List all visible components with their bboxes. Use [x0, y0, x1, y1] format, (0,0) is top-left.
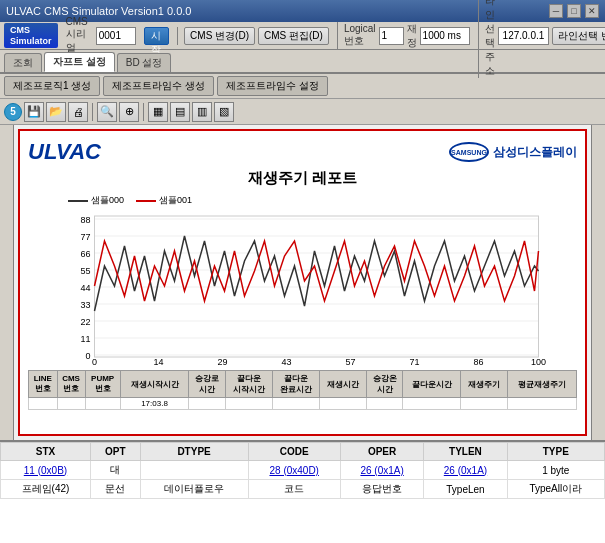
col-down-end: 끝다운완료시간 [272, 371, 319, 398]
svg-text:33: 33 [80, 300, 90, 310]
reset-input[interactable] [420, 27, 470, 45]
tab-bd-settings[interactable]: BD 설정 [117, 53, 172, 72]
samsung-logo: SAMSUNG 삼성디스플레이 [449, 142, 577, 162]
cell-tylen-1: 26 (0x1A) [424, 461, 507, 480]
separator2 [143, 103, 144, 121]
svg-text:86: 86 [473, 357, 483, 366]
col-pump: PUMP번호 [85, 371, 120, 398]
cell-opt-1: 대 [90, 461, 140, 480]
svg-text:57: 57 [345, 357, 355, 366]
start-button[interactable]: 시작On [144, 27, 169, 45]
svg-text:0: 0 [85, 351, 90, 361]
header-stx: STX [1, 443, 91, 461]
svg-text:77: 77 [80, 232, 90, 242]
cell-code-2: 코드 [248, 480, 340, 499]
svg-text:29: 29 [217, 357, 227, 366]
svg-text:0: 0 [92, 357, 97, 366]
cms-change-button[interactable]: CMS 변경(D) [184, 27, 255, 45]
svg-text:14: 14 [153, 357, 163, 366]
svg-text:88: 88 [80, 215, 90, 225]
logical-label: Logical 번호 [344, 23, 376, 48]
code-link-1[interactable]: 28 (0x40D) [269, 465, 318, 476]
chart-svg-container: 88 77 66 55 44 33 22 11 0 [28, 211, 577, 366]
svg-rect-18 [95, 216, 539, 357]
ip-section: 라인선택 주소 127.0.0.1 라인선택 변경(D) [478, 0, 605, 78]
tab2-settings[interactable]: 제조프트라임수 설정 [217, 76, 328, 96]
col-up-time: 승강로시간 [189, 371, 225, 398]
main-content: ULVAC SAMSUNG 삼성디스플레이 재생주기 레포트 샘플000 샘플0… [0, 125, 605, 440]
cell-dtype-1 [140, 461, 248, 480]
cell-tylen-2: TypeLen [424, 480, 507, 499]
logical-input[interactable] [379, 27, 404, 45]
line-change-button[interactable]: 라인선택 변경(D) [552, 27, 605, 45]
cell-up-on [366, 398, 402, 410]
cell-oper-2: 응답번호 [340, 480, 423, 499]
tab2-create1[interactable]: 제조프로직1 생성 [4, 76, 100, 96]
cell-code-1: 28 (0x40D) [248, 461, 340, 480]
cell-type-1: 1 byte [507, 461, 604, 480]
col-avg-cycle: 평균재생주기 [508, 371, 577, 398]
circle-badge: 5 [4, 103, 22, 121]
chart-title: 재생주기 레포트 [28, 169, 577, 188]
header-oper: OPER [340, 443, 423, 461]
cell-cms [57, 398, 85, 410]
zoom-icon-btn[interactable]: ⊕ [119, 102, 139, 122]
status-table: STX OPT DTYPE CODE OPER TYLEN TYPE 11 (0… [0, 442, 605, 499]
open-icon-btn[interactable]: 📂 [46, 102, 66, 122]
grid3-icon-btn[interactable]: ▥ [192, 102, 212, 122]
tab-inquiry[interactable]: 조회 [4, 53, 42, 72]
oper-link-1[interactable]: 26 (0x1A) [360, 465, 403, 476]
header-dtype: DTYPE [140, 443, 248, 461]
col-cycle: 재생주기 [461, 371, 508, 398]
svg-text:44: 44 [80, 283, 90, 293]
right-scrollbar[interactable] [591, 125, 605, 440]
window-title: ULVAC CMS Simulator Version1 0.0.0 [6, 5, 191, 17]
legend-item-0: 샘플000 [68, 194, 124, 207]
reset-label: 재정 [407, 22, 417, 50]
cms-logo: CMS Simulator [4, 23, 58, 49]
tab2-create2[interactable]: 제조프트라임수 생성 [103, 76, 214, 96]
chart-svg: 88 77 66 55 44 33 22 11 0 [28, 211, 577, 366]
data-table: LINE번호 CMS번호 PUMP번호 재생시작시간 승강로시간 끝다운시작시간… [28, 370, 577, 410]
logical-section: Logical 번호 재정 [337, 22, 470, 50]
stx-link-1[interactable]: 11 (0x0B) [24, 465, 67, 476]
header-tylen: TYLEN [424, 443, 507, 461]
status-row-2: 프레임(42) 문선 데이터플로우 코드 응답번호 TypeLen TypeAl… [1, 480, 605, 499]
left-panel [0, 125, 14, 440]
cms-edit-button[interactable]: CMS 편집(D) [258, 27, 329, 45]
cms-id-label: CMS 시리얼 [66, 16, 88, 55]
cell-recycle [319, 398, 366, 410]
col-recycle-time: 재생시간 [319, 371, 366, 398]
grid4-icon-btn[interactable]: ▧ [214, 102, 234, 122]
samsung-text: 삼성디스플레이 [493, 144, 577, 161]
legend-line-1 [136, 200, 156, 202]
legend-line-0 [68, 200, 88, 202]
ip-display: 127.0.0.1 [498, 27, 550, 45]
ip-label: 라인선택 주소 [485, 0, 495, 78]
status-row-1: 11 (0x0B) 대 28 (0x40D) 26 (0x1A) 26 (0x1… [1, 461, 605, 480]
cell-up-time [189, 398, 225, 410]
chart-header: ULVAC SAMSUNG 삼성디스플레이 [28, 139, 577, 165]
svg-text:71: 71 [409, 357, 419, 366]
col-cms: CMS번호 [57, 371, 85, 398]
cell-stx-2: 프레임(42) [1, 480, 91, 499]
col-line: LINE번호 [29, 371, 58, 398]
grid2-icon-btn[interactable]: ▤ [170, 102, 190, 122]
grid1-icon-btn[interactable]: ▦ [148, 102, 168, 122]
search-icon-btn[interactable]: 🔍 [97, 102, 117, 122]
print-icon-btn[interactable]: 🖨 [68, 102, 88, 122]
samsung-ellipse: SAMSUNG [449, 142, 489, 162]
svg-text:22: 22 [80, 317, 90, 327]
cell-line [29, 398, 58, 410]
chart-area: ULVAC SAMSUNG 삼성디스플레이 재생주기 레포트 샘플000 샘플0… [18, 129, 587, 436]
save-icon-btn[interactable]: 💾 [24, 102, 44, 122]
ulvac-logo: ULVAC [28, 139, 101, 165]
cell-type-2: TypeAll이라 [507, 480, 604, 499]
cms-id-input[interactable] [96, 27, 136, 45]
tylen-link-1[interactable]: 26 (0x1A) [444, 465, 487, 476]
cell-avg-cycle [508, 398, 577, 410]
col-up-on: 승강온시간 [366, 371, 402, 398]
tab-craft-settings[interactable]: 자프트 설정 [44, 52, 115, 72]
header-type: TYPE [507, 443, 604, 461]
cms-section: CMS 변경(D) CMS 편집(D) [177, 27, 329, 45]
